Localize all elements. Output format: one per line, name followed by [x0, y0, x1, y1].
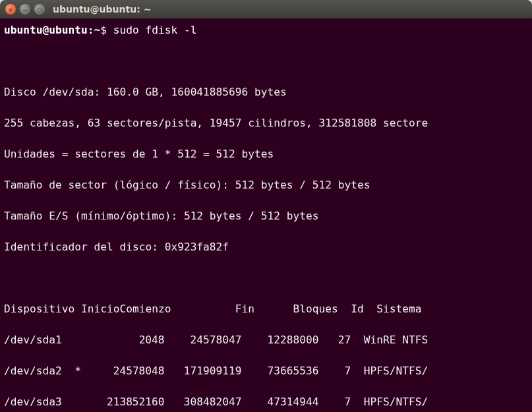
- terminal-body[interactable]: ubuntu@ubuntu:~$ sudo fdisk -l Disco /de…: [0, 18, 532, 412]
- command-text: sudo fdisk -l: [113, 24, 197, 36]
- hdr-start: Comienzo: [119, 301, 190, 316]
- window-title: ubuntu@ubuntu: ~: [53, 4, 151, 15]
- minimize-icon[interactable]: –: [20, 4, 30, 15]
- prompt-sep: :: [88, 24, 94, 36]
- table-header: DispositivoInicioComienzoFinBloquesIdSis…: [4, 301, 528, 316]
- table-row: /dev/sda2*24578048171909119736655367HPFS…: [4, 363, 528, 378]
- table-row: /dev/sda12048245780471228800027WinRE NTF…: [4, 332, 528, 347]
- blank-line: [4, 270, 528, 285]
- disk-line-3: Unidades = sectores de 1 * 512 = 512 byt…: [4, 146, 528, 162]
- maximize-icon[interactable]: ▢: [34, 4, 45, 15]
- disk-line-2: 255 cabezas, 63 sectores/pista, 19457 ci…: [4, 115, 528, 131]
- titlebar[interactable]: ✕ – ▢ ubuntu@ubuntu: ~: [0, 0, 532, 18]
- disk-line-5: Tamaño E/S (mínimo/óptimo): 512 bytes / …: [4, 208, 528, 223]
- disk-line-1: Disco /dev/sda: 160.0 GB, 160041885696 b…: [4, 84, 528, 100]
- prompt-symbol: $: [100, 24, 107, 36]
- close-icon[interactable]: ✕: [5, 4, 16, 15]
- disk-line-4: Tamaño de sector (lógico / físico): 512 …: [4, 177, 528, 192]
- prompt-user-host: ubuntu@ubuntu: [4, 24, 88, 36]
- table-row: /dev/sda3213852160308482047473149447HPFS…: [4, 394, 528, 409]
- hdr-end: Fin: [191, 301, 254, 316]
- disk-line-6: Identificador del disco: 0x923fa82f: [4, 239, 528, 254]
- hdr-id: Id: [338, 301, 364, 316]
- hdr-boot: Inicio: [81, 301, 119, 316]
- terminal-window: ✕ – ▢ ubuntu@ubuntu: ~ ubuntu@ubuntu:~$ …: [0, 0, 532, 412]
- prompt-line: ubuntu@ubuntu:~$ sudo fdisk -l: [4, 22, 528, 38]
- blank-line: [4, 53, 528, 69]
- hdr-device: Dispositivo: [4, 301, 81, 316]
- hdr-system: Sistema: [364, 301, 422, 316]
- hdr-blocks: Bloques: [254, 301, 338, 316]
- window-controls: ✕ – ▢: [5, 4, 45, 15]
- prompt-path: ~: [94, 24, 100, 36]
